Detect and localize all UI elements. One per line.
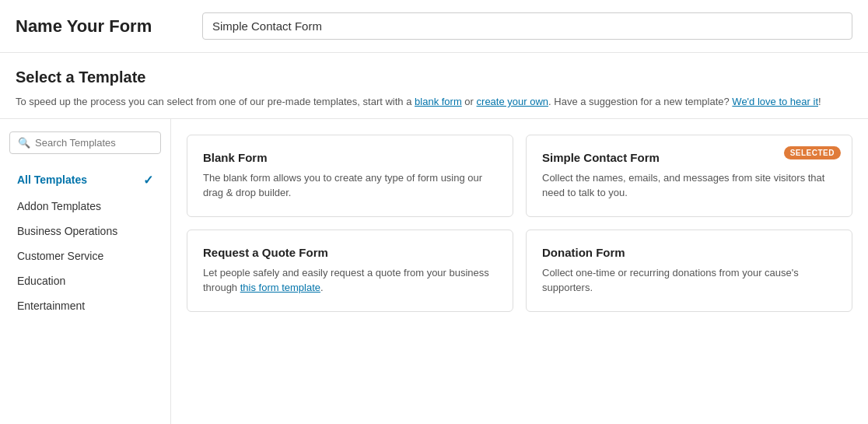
main-content: 🔍 All Templates ✓ Addon Templates Busine… [0, 119, 868, 424]
templates-grid: Blank Form The blank form allows you to … [171, 119, 868, 424]
wed-love-to-hear-link[interactable]: We'd love to hear it [732, 96, 818, 107]
search-templates-input[interactable] [35, 137, 152, 149]
template-card-blank-form[interactable]: Blank Form The blank form allows you to … [187, 135, 513, 217]
template-card-simple-contact-form[interactable]: SELECTED Simple Contact Form Collect the… [526, 135, 852, 217]
sidebar-item-entertainment[interactable]: Entertainment [9, 293, 161, 318]
top-bar: Name Your Form [0, 0, 868, 53]
select-template-description: To speed up the process you can select f… [16, 94, 852, 110]
sidebar-item-customer-service[interactable]: Customer Service [9, 244, 161, 268]
select-template-heading: Select a Template [16, 68, 852, 86]
form-name-label: Name Your Form [16, 16, 202, 37]
template-card-request-quote[interactable]: Request a Quote Form Let people safely a… [187, 230, 513, 312]
sidebar-item-education[interactable]: Education [9, 268, 161, 293]
template-title: Request a Quote Form [203, 246, 497, 259]
create-your-own-link[interactable]: create your own [477, 96, 549, 107]
template-description: The blank form allows you to create any … [203, 170, 497, 201]
sidebar-item-label: Education [17, 275, 65, 287]
selected-badge: SELECTED [784, 146, 841, 159]
template-title: Donation Form [542, 246, 836, 259]
sidebar-item-label: Customer Service [17, 250, 103, 262]
sidebar-item-addon-templates[interactable]: Addon Templates [9, 194, 161, 219]
template-description: Let people safely and easily request a q… [203, 265, 497, 296]
check-icon: ✓ [143, 173, 153, 187]
blank-form-link[interactable]: blank form [415, 96, 462, 107]
sidebar-item-label: Business Operations [17, 225, 117, 237]
sidebar-item-business-operations[interactable]: Business Operations [9, 219, 161, 244]
this-form-template-link[interactable]: this form template [240, 282, 320, 293]
sidebar: 🔍 All Templates ✓ Addon Templates Busine… [0, 119, 171, 424]
select-template-section: Select a Template To speed up the proces… [0, 53, 868, 119]
search-box[interactable]: 🔍 [9, 131, 161, 154]
sidebar-item-label: Addon Templates [17, 200, 101, 212]
form-name-input[interactable] [202, 12, 852, 40]
sidebar-item-label: Entertainment [17, 300, 85, 312]
template-description: Collect the names, emails, and messages … [542, 170, 836, 201]
template-title: Blank Form [203, 151, 497, 164]
template-description: Collect one-time or recurring donations … [542, 265, 836, 296]
sidebar-item-label: All Templates [17, 173, 87, 186]
search-icon: 🔍 [18, 137, 30, 149]
template-card-donation-form[interactable]: Donation Form Collect one-time or recurr… [526, 230, 852, 312]
sidebar-item-all-templates[interactable]: All Templates ✓ [9, 166, 161, 194]
